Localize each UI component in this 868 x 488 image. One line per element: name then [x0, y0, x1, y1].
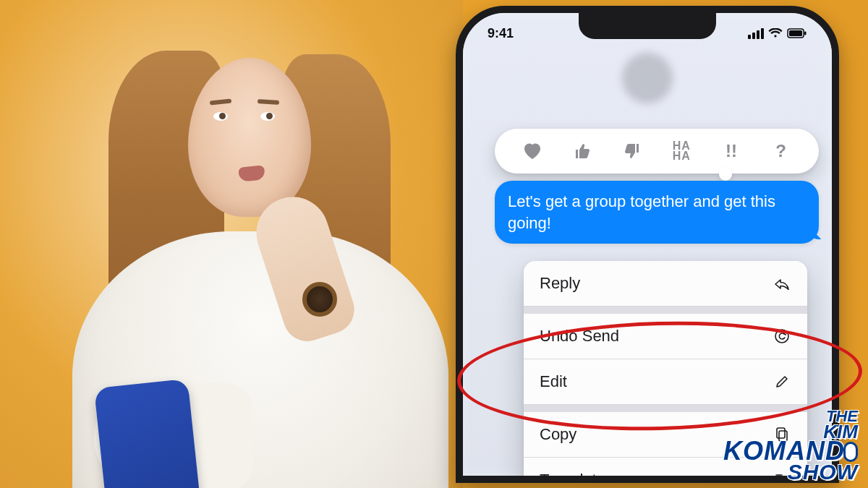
menu-label: Undo Send: [540, 327, 619, 346]
svg-rect-2: [804, 32, 807, 35]
handheld-phone: [94, 379, 203, 488]
status-indicators: [748, 28, 807, 39]
svg-rect-1: [789, 30, 802, 36]
menu-item-undo-send[interactable]: Undo Send: [524, 314, 807, 359]
menu-label: Copy: [540, 425, 576, 444]
menu-label: Reply: [540, 274, 580, 293]
message-text: Let's get a group together and get this …: [508, 192, 775, 232]
messages-app-screen: 9:41: [463, 13, 832, 476]
tapback-thumbs-down[interactable]: [616, 142, 648, 160]
tapback-question[interactable]: ?: [765, 141, 797, 161]
battery-icon: [787, 28, 807, 38]
sent-message-bubble[interactable]: Let's get a group together and get this …: [495, 181, 819, 244]
status-time: 9:41: [488, 26, 514, 41]
tapback-thumbs-up[interactable]: [566, 142, 598, 160]
tapback-reaction-bar: HA HA !! ?: [495, 129, 819, 174]
wifi-icon: [768, 28, 783, 38]
tapback-haha[interactable]: HA HA: [665, 141, 697, 162]
eye: [213, 112, 228, 121]
status-bar: 9:41: [463, 23, 832, 43]
menu-item-reply[interactable]: Reply: [524, 261, 807, 307]
undo-circle-icon: [773, 328, 791, 344]
promo-canvas: 9:41: [0, 0, 868, 488]
menu-label: Translate: [540, 471, 605, 483]
reply-arrow-icon: [773, 277, 791, 290]
eye: [260, 112, 275, 121]
menu-separator: [524, 307, 807, 314]
tapback-tail: [719, 168, 732, 181]
cellular-signal-icon: [748, 28, 764, 39]
menu-item-edit[interactable]: Edit: [524, 359, 807, 405]
tapback-exclaim[interactable]: !!: [715, 141, 747, 161]
wristwatch: [302, 282, 337, 317]
brand-line: KOMAND: [723, 440, 858, 463]
svg-point-3: [775, 330, 788, 343]
pencil-icon: [773, 374, 791, 389]
brand-watermark: THE KIM KOMAND SHOW: [723, 410, 858, 481]
photo-region: [0, 0, 463, 488]
microphone-icon: [843, 442, 858, 462]
menu-label: Edit: [540, 372, 567, 391]
person-illustration: [43, 43, 420, 488]
tapback-heart[interactable]: [516, 142, 548, 160]
